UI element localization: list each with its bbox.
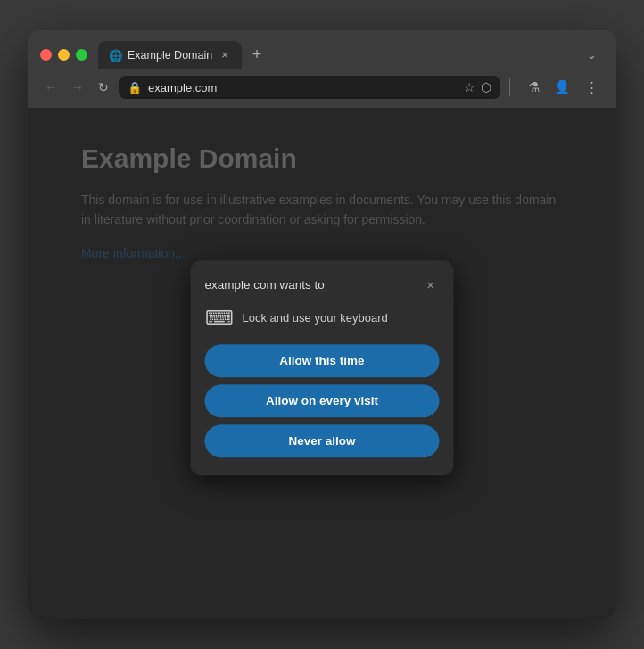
- close-window-button[interactable]: [40, 49, 52, 61]
- account-icon[interactable]: 👤: [549, 77, 576, 98]
- browser-content: Example Domain This domain is for use in…: [28, 108, 616, 619]
- dialog-header: example.com wants to ×: [205, 276, 440, 294]
- dialog-title: example.com wants to: [205, 278, 325, 292]
- allow-every-visit-button[interactable]: Allow on every visit: [205, 384, 440, 417]
- flask-icon[interactable]: ⚗: [523, 77, 545, 98]
- permission-dialog: example.com wants to × ⌨ Lock and use yo…: [191, 260, 454, 475]
- security-icon: 🔒: [128, 81, 142, 94]
- dialog-buttons: Allow this time Allow on every visit Nev…: [205, 344, 440, 457]
- address-actions: ☆ ⬡: [464, 80, 491, 94]
- active-tab[interactable]: 🌐 Example Domain ×: [98, 41, 242, 69]
- tabs-dropdown-button[interactable]: ⌄: [580, 45, 604, 65]
- address-field[interactable]: 🔒 example.com ☆ ⬡: [119, 76, 500, 99]
- traffic-lights: [40, 49, 87, 61]
- tab-bar: 🌐 Example Domain × + ⌄: [98, 41, 604, 69]
- reload-button[interactable]: ↻: [94, 78, 113, 97]
- keyboard-icon: ⌨: [205, 307, 234, 330]
- browser-window: 🌐 Example Domain × + ⌄ ← → ↻ 🔒 example.c…: [28, 30, 616, 619]
- maximize-window-button[interactable]: [76, 49, 87, 61]
- forward-button[interactable]: →: [67, 78, 88, 97]
- tab-label: Example Domain: [128, 49, 212, 62]
- url-text: example.com: [148, 81, 458, 94]
- more-options-button[interactable]: ⋮: [580, 77, 604, 98]
- minimize-window-button[interactable]: [58, 49, 70, 61]
- new-tab-button[interactable]: +: [245, 42, 269, 68]
- extensions-icon[interactable]: ⬡: [481, 80, 491, 94]
- title-bar: 🌐 Example Domain × + ⌄: [28, 30, 616, 69]
- tab-close-button[interactable]: ×: [219, 47, 231, 62]
- bookmark-icon[interactable]: ☆: [464, 80, 475, 94]
- dialog-permission-row: ⌨ Lock and use your keyboard: [205, 307, 440, 330]
- permission-text: Lock and use your keyboard: [243, 311, 388, 324]
- never-allow-button[interactable]: Never allow: [205, 424, 440, 457]
- traffic-lights-row: 🌐 Example Domain × + ⌄: [40, 41, 604, 69]
- toolbar-actions: ⚗ 👤 ⋮: [523, 77, 604, 98]
- toolbar-separator: [509, 78, 510, 96]
- address-bar-row: ← → ↻ 🔒 example.com ☆ ⬡ ⚗ 👤 ⋮: [28, 69, 616, 108]
- back-button[interactable]: ←: [40, 78, 62, 97]
- dialog-close-button[interactable]: ×: [422, 276, 440, 294]
- tab-favicon-icon: 🌐: [109, 49, 121, 62]
- allow-this-time-button[interactable]: Allow this time: [205, 344, 440, 377]
